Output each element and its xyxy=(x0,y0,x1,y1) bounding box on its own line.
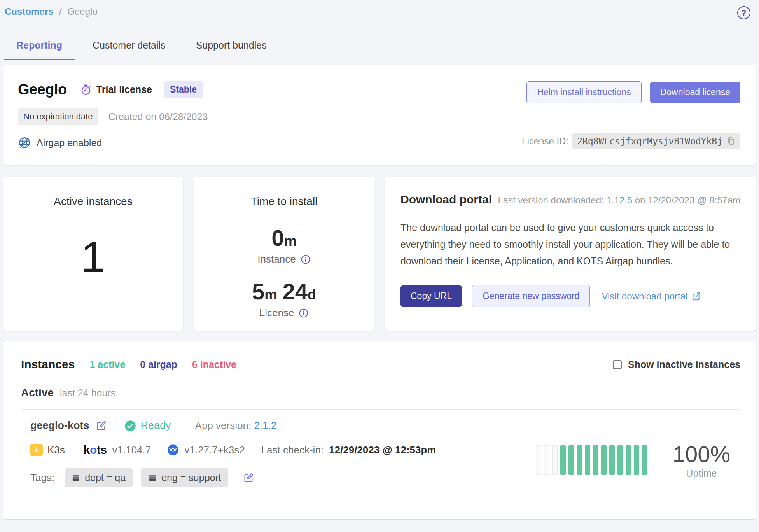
customer-name: Geeglo xyxy=(18,81,67,98)
kots-version: v1.104.7 xyxy=(112,444,151,456)
time-to-install-card: Time to install 0m Instance 5m24d Licens xyxy=(194,177,374,331)
edit-tags-icon[interactable] xyxy=(243,472,254,483)
instance-name: geeglo-kots xyxy=(30,420,89,432)
license-type: Trial license xyxy=(80,84,152,96)
tab-support-bundles[interactable]: Support bundles xyxy=(184,34,279,60)
breadcrumb: Customers / Geeglo xyxy=(5,6,98,17)
kots-logo: kots xyxy=(84,443,107,457)
active-count: 1 active xyxy=(89,359,125,370)
last-version-downloaded: Last version downloaded: 1.12.5 on 12/20… xyxy=(498,195,741,206)
last-version-link[interactable]: 1.12.5 xyxy=(606,195,632,205)
instance-status: Ready xyxy=(124,420,171,432)
license-type-label: Trial license xyxy=(96,84,152,95)
download-license-button[interactable]: Download license xyxy=(650,82,740,103)
airgap-count: 0 airgap xyxy=(140,359,177,370)
tag-badge-eng: eng = support xyxy=(141,468,228,487)
instance-status-label: Ready xyxy=(141,420,171,432)
kubernetes-icon xyxy=(167,444,179,456)
generate-new-password-button[interactable]: Generate new password xyxy=(472,285,590,307)
instances-card: Instances 1 active 0 airgap 6 inactive S… xyxy=(3,341,756,519)
instances-title: Instances xyxy=(21,358,75,371)
airgap-label: Airgap enabled xyxy=(37,137,102,149)
tab-reporting[interactable]: Reporting xyxy=(4,34,75,60)
customer-overview-left: Geeglo Trial license Stable xyxy=(18,81,208,149)
license-info-icon[interactable] xyxy=(299,308,309,318)
copy-license-icon[interactable] xyxy=(726,136,736,146)
tag-icon xyxy=(72,474,80,482)
download-portal-description: The download portal can be used to give … xyxy=(400,219,740,270)
uptime-bars xyxy=(536,445,650,475)
expiration-badge: No expiration date xyxy=(18,108,98,125)
stopwatch-icon xyxy=(80,84,92,96)
license-install-label-row: License xyxy=(202,307,366,319)
active-section-subtitle: last 24 hours xyxy=(60,387,115,399)
tag-badge-dept: dept = qa xyxy=(65,468,133,487)
tab-bar: Reporting Customer details Support bundl… xyxy=(3,34,756,60)
helm-install-instructions-button[interactable]: Helm install instructions xyxy=(526,81,642,103)
last-checkin-value: 12/29/2023 @ 12:53pm xyxy=(329,444,436,456)
tags-label: Tags: xyxy=(30,472,54,484)
copy-url-button[interactable]: Copy URL xyxy=(400,285,462,307)
instance-install-time: 0m xyxy=(202,225,366,251)
active-instances-title: Active instances xyxy=(11,195,175,208)
download-portal-title: Download portal xyxy=(400,193,492,206)
uptime-summary: 100% Uptime xyxy=(673,441,730,479)
license-id-value: 2Rq8WLcsjfxqrMysjvB1WodYkBj xyxy=(572,133,740,149)
active-section-title: Active xyxy=(21,387,54,399)
show-inactive-checkbox[interactable] xyxy=(613,360,622,369)
ready-check-icon xyxy=(124,420,136,432)
app-version-link[interactable]: 2.1.2 xyxy=(254,420,276,431)
uptime-panel: 100% Uptime xyxy=(536,433,740,487)
inactive-count: 6 inactive xyxy=(192,359,236,370)
tab-customer-details[interactable]: Customer details xyxy=(80,34,178,60)
breadcrumb-current: Geeglo xyxy=(67,6,97,17)
customer-overview-right: Helm install instructions Download licen… xyxy=(522,81,740,149)
top-bar: Customers / Geeglo ? xyxy=(3,5,756,19)
k8s-version: v1.27.7+k3s2 xyxy=(184,444,245,456)
instance-install-label-row: Instance xyxy=(202,253,366,265)
help-icon[interactable]: ? xyxy=(737,6,750,19)
k3s-icon xyxy=(30,444,43,456)
external-link-icon xyxy=(691,291,701,301)
app-version: App version: 2.1.2 xyxy=(195,420,277,432)
active-instances-value: 1 xyxy=(11,232,175,282)
page: Customers / Geeglo ? Reporting Customer … xyxy=(0,0,759,519)
time-to-install-title: Time to install xyxy=(202,195,366,208)
stats-row: Active instances 1 Time to install 0m In… xyxy=(3,177,756,331)
tag-icon xyxy=(148,474,157,482)
visit-download-portal-link[interactable]: Visit download portal xyxy=(602,291,701,302)
created-date: Created on 06/28/2023 xyxy=(108,111,208,122)
show-inactive-toggle[interactable]: Show inactive instances xyxy=(613,359,740,370)
instance-info-icon[interactable] xyxy=(301,254,311,264)
active-instances-card: Active instances 1 xyxy=(3,177,183,331)
license-id-label: License ID: xyxy=(522,136,568,147)
instance-details: geeglo-kots xyxy=(30,420,436,487)
download-portal-card: Download portal Last version downloaded:… xyxy=(385,177,756,331)
uptime-value: 100% xyxy=(673,441,730,467)
customer-overview-card: Geeglo Trial license Stable xyxy=(3,65,756,165)
distro-label: K3s xyxy=(47,444,65,456)
airgap-globe-icon xyxy=(18,136,31,149)
edit-instance-name-icon[interactable] xyxy=(96,420,107,431)
breadcrumb-separator: / xyxy=(59,6,62,17)
channel-badge: Stable xyxy=(164,81,203,98)
license-install-time: 5m24d xyxy=(202,278,366,304)
uptime-label: Uptime xyxy=(673,468,730,479)
show-inactive-label: Show inactive instances xyxy=(628,359,740,370)
breadcrumb-customers-link[interactable]: Customers xyxy=(5,6,53,17)
instance-row: geeglo-kots xyxy=(21,409,740,499)
last-checkin-label: Last check-in: xyxy=(261,444,324,456)
